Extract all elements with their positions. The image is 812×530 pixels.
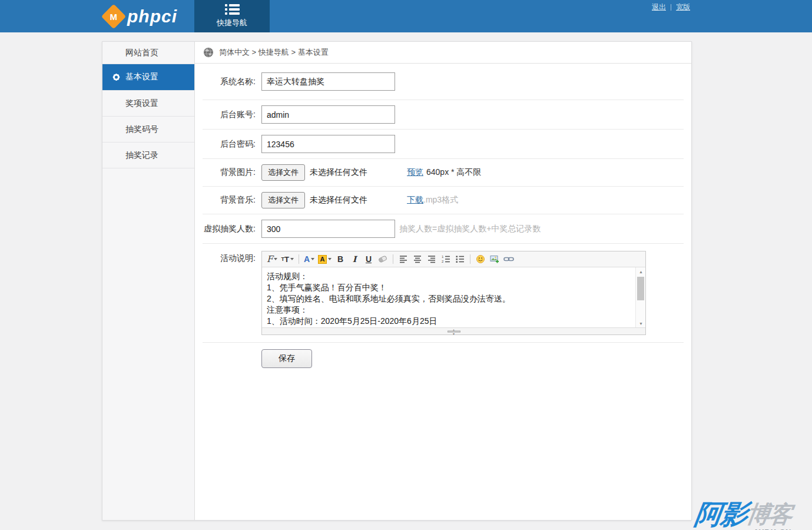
italic-button[interactable]: I [348, 253, 361, 266]
logo-diamond-icon: M [101, 4, 126, 28]
font-size-button[interactable]: TT [280, 253, 294, 266]
row-bg-image: 背景图片: 选择文件 未选择任何文件 预览 640px * 高不限 [203, 159, 684, 187]
editor-content[interactable]: 活动规则： 1、凭手气赢奖品！百分百中奖！ 2、填写的姓名、电话和联系地址必须真… [262, 267, 645, 327]
insert-image-button[interactable] [488, 253, 501, 266]
bg-music-download-link[interactable]: 下载 [407, 195, 423, 206]
virtual-count-input[interactable] [261, 220, 395, 238]
underline-button[interactable]: U [362, 253, 375, 266]
save-button[interactable]: 保存 [261, 349, 312, 368]
admin-account-label: 后台账号: [203, 110, 256, 120]
tab-quick-nav[interactable]: 快捷导航 [194, 0, 270, 32]
admin-password-label: 后台密码: [203, 139, 256, 150]
editor-line: 1、凭手气赢奖品！百分百中奖！ [267, 282, 631, 293]
breadcrumb: 简体中文 > 快捷导航 > 基本设置 [195, 42, 691, 64]
scrollbar-thumb[interactable] [637, 277, 644, 300]
align-center-button[interactable] [411, 253, 424, 266]
admin-account-input[interactable] [261, 105, 395, 124]
fore-color-button[interactable]: A [303, 253, 316, 266]
bg-image-file-status: 未选择任何文件 [310, 167, 367, 178]
sidebar-item-label: 抽奖码号 [125, 124, 158, 135]
row-admin-password: 后台密码: [203, 130, 684, 159]
editor-text: 活动规则： 1、凭手气赢奖品！百分百中奖！ 2、填写的姓名、电话和联系地址必须真… [262, 267, 645, 327]
ordered-list-button[interactable]: 12 [439, 253, 452, 266]
logo-text: phpci [127, 6, 177, 26]
sidebar-item-label: 抽奖记录 [125, 150, 158, 161]
svg-text:1: 1 [442, 255, 444, 259]
bg-image-file-button[interactable]: 选择文件 [261, 164, 305, 181]
system-name-input[interactable] [261, 72, 395, 91]
ordered-list-icon: 12 [441, 254, 450, 264]
editor-line: 活动规则： [267, 271, 631, 282]
align-right-icon [427, 254, 436, 264]
watermark-domain: AYBK.CN [753, 528, 792, 530]
main-content: 简体中文 > 快捷导航 > 基本设置 系统名称: 后台账号: 后台密码: 背景图… [195, 42, 691, 520]
sidebar-item-label: 奖项设置 [125, 98, 158, 109]
top-header: M phpci 快捷导航 退出 宽版 [0, 0, 812, 32]
watermark-title: 阿影 [692, 499, 748, 529]
resize-grip-icon: ▴▾ [448, 328, 460, 334]
bg-image-size-hint: 640px * 高不限 [426, 167, 481, 178]
editor-line: 1、活动时间：2020年5月25日-2020年6月25日 [267, 316, 631, 327]
row-activity-desc: 活动说明: F TT A A B I U [203, 244, 684, 343]
editor-line: 2、填写的姓名、电话和联系地址必须真实，否则奖品没办法寄送。 [267, 293, 631, 304]
align-left-button[interactable] [397, 253, 410, 266]
unordered-list-icon [455, 254, 465, 264]
toolbar-divider [470, 254, 470, 264]
chevron-down-icon [274, 258, 277, 260]
sidebar-item-basic-settings[interactable]: 基本设置 [102, 64, 194, 91]
list-icon [225, 4, 240, 15]
hilite-color-button[interactable]: A [317, 253, 333, 266]
app-logo[interactable]: M phpci [105, 0, 177, 32]
bg-image-preview-link[interactable]: 预览 [407, 167, 423, 178]
admin-password-input[interactable] [261, 135, 395, 153]
chevron-down-icon [328, 258, 332, 260]
eraser-icon [378, 255, 387, 263]
rich-text-editor: F TT A A B I U [261, 251, 646, 335]
bg-music-file-status: 未选择任何文件 [310, 195, 367, 206]
virtual-count-hint: 抽奖人数=虚拟抽奖人数+中奖总记录数 [399, 224, 541, 234]
smiley-icon [476, 254, 485, 264]
editor-scrollbar[interactable]: ▲ ▼ [635, 267, 645, 327]
virtual-count-label: 虚拟抽奖人数: [203, 224, 256, 234]
image-icon [490, 254, 499, 264]
sidebar-item-prize-settings[interactable]: 奖项设置 [102, 91, 194, 117]
content-panel: 网站首页 基本设置 奖项设置 抽奖码号 抽奖记录 [102, 41, 692, 521]
scroll-up-icon[interactable]: ▲ [636, 267, 645, 276]
row-system-name: 系统名称: [203, 64, 684, 100]
align-right-button[interactable] [425, 253, 438, 266]
bold-button[interactable]: B [334, 253, 347, 266]
editor-line: 注意事项： [267, 304, 631, 316]
watermark-subtitle: 博客 [745, 501, 793, 527]
emoticon-button[interactable] [474, 253, 487, 266]
row-bg-music: 背景音乐: 选择文件 未选择任何文件 下载 .mp3格式 [203, 187, 684, 214]
insert-link-button[interactable] [502, 253, 515, 266]
toolbar-divider [393, 254, 393, 264]
scroll-down-icon[interactable]: ▼ [636, 319, 645, 327]
tab-quick-nav-label: 快捷导航 [217, 18, 247, 28]
system-name-label: 系统名称: [203, 77, 256, 87]
bg-music-label: 背景音乐: [203, 195, 256, 206]
toolbar-divider [299, 254, 299, 264]
unordered-list-button[interactable] [453, 253, 466, 266]
sidebar-item-lottery-records[interactable]: 抽奖记录 [102, 143, 194, 168]
bg-music-format-hint: .mp3格式 [423, 195, 458, 206]
sidebar: 网站首页 基本设置 奖项设置 抽奖码号 抽奖记录 [102, 42, 195, 520]
sidebar-item-home[interactable]: 网站首页 [102, 42, 194, 64]
bg-image-label: 背景图片: [203, 167, 256, 178]
svg-text:2: 2 [442, 260, 444, 263]
row-admin-account: 后台账号: [203, 100, 684, 130]
wide-version-link[interactable]: 宽版 [676, 2, 690, 12]
header-links: 退出 宽版 [652, 2, 690, 12]
remove-format-button[interactable] [376, 253, 389, 266]
settings-form: 系统名称: 后台账号: 后台密码: 背景图片: 选择文件 未选择任何文件 [195, 64, 691, 368]
editor-resize-bar[interactable]: ▴▾ [262, 327, 645, 334]
sidebar-item-lottery-codes[interactable]: 抽奖码号 [102, 117, 194, 143]
bg-image-file-group: 选择文件 未选择任何文件 [261, 164, 407, 181]
breadcrumb-path: 简体中文 > 快捷导航 > 基本设置 [219, 47, 329, 58]
font-family-button[interactable]: F [266, 253, 279, 266]
align-center-icon [413, 254, 422, 264]
bg-music-file-button[interactable]: 选择文件 [261, 192, 305, 208]
logout-link[interactable]: 退出 [652, 2, 666, 12]
sidebar-item-label: 网站首页 [125, 48, 158, 58]
link-icon [503, 254, 514, 264]
